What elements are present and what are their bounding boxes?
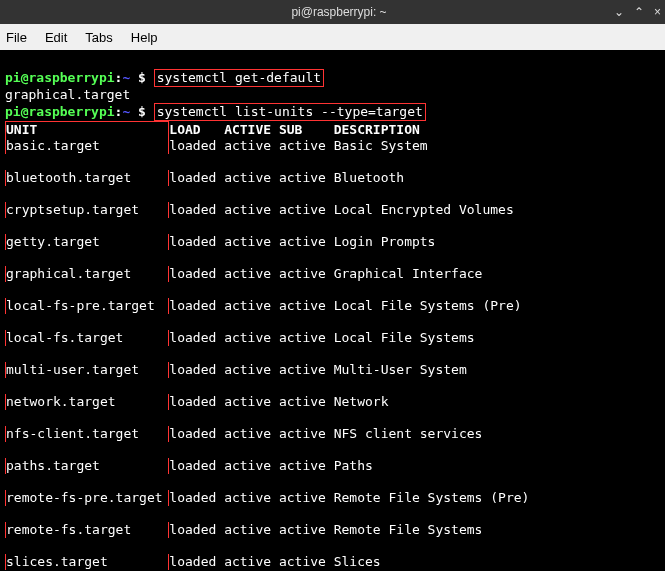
cell-active: active: [224, 554, 279, 570]
table-row: basic.targetloadedactiveactiveBasic Syst…: [5, 138, 660, 154]
prompt-userhost: pi@raspberrypi: [5, 70, 115, 85]
cell-unit: local-fs.target: [5, 330, 169, 346]
cell-load: loaded: [169, 202, 224, 218]
header-description: DESCRIPTION: [334, 122, 420, 138]
command-2: systemctl list-units --type=target: [154, 103, 426, 121]
cell-unit: getty.target: [5, 234, 169, 250]
table-row: remote-fs.targetloadedactiveactiveRemote…: [5, 522, 660, 538]
cell-load: loaded: [169, 138, 224, 154]
cell-sub: active: [279, 522, 334, 538]
cell-load: loaded: [169, 362, 224, 378]
cell-active: active: [224, 234, 279, 250]
cell-active: active: [224, 394, 279, 410]
cell-sub: active: [279, 394, 334, 410]
menu-help[interactable]: Help: [131, 30, 158, 45]
cell-unit: graphical.target: [5, 266, 169, 282]
cell-unit: remote-fs-pre.target: [5, 490, 169, 506]
table-row: multi-user.targetloadedactiveactiveMulti…: [5, 362, 660, 378]
minimize-icon[interactable]: ⌄: [614, 5, 624, 19]
cell-load: loaded: [169, 458, 224, 474]
cell-description: Local Encrypted Volumes: [334, 202, 514, 218]
cell-description: NFS client services: [334, 426, 483, 442]
prompt-line-1: pi@raspberrypi:~ $ systemctl get-default: [5, 70, 324, 85]
menubar: File Edit Tabs Help: [0, 24, 665, 50]
menu-tabs[interactable]: Tabs: [85, 30, 112, 45]
titlebar[interactable]: pi@raspberrypi: ~ ⌄ ⌃ ×: [0, 0, 665, 24]
cell-unit: slices.target: [5, 554, 169, 570]
cell-unit: local-fs-pre.target: [5, 298, 169, 314]
cell-load: loaded: [169, 298, 224, 314]
table-row: cryptsetup.targetloadedactiveactiveLocal…: [5, 202, 660, 218]
cell-unit: nfs-client.target: [5, 426, 169, 442]
header-active: ACTIVE: [224, 122, 279, 138]
cell-sub: active: [279, 362, 334, 378]
header-unit: UNIT: [5, 121, 169, 138]
cell-load: loaded: [169, 426, 224, 442]
cell-active: active: [224, 426, 279, 442]
cell-load: loaded: [169, 554, 224, 570]
cell-unit: bluetooth.target: [5, 170, 169, 186]
table-row: paths.targetloadedactiveactivePaths: [5, 458, 660, 474]
cell-active: active: [224, 522, 279, 538]
window-title: pi@raspberrypi: ~: [64, 5, 614, 19]
cell-active: active: [224, 138, 279, 154]
cell-active: active: [224, 266, 279, 282]
cell-load: loaded: [169, 394, 224, 410]
cell-sub: active: [279, 490, 334, 506]
cell-sub: active: [279, 554, 334, 570]
cell-sub: active: [279, 202, 334, 218]
cell-description: Bluetooth: [334, 170, 404, 186]
table-row: network.targetloadedactiveactiveNetwork: [5, 394, 660, 410]
cell-unit: cryptsetup.target: [5, 202, 169, 218]
cell-description: Network: [334, 394, 389, 410]
cell-active: active: [224, 362, 279, 378]
cell-active: active: [224, 458, 279, 474]
table-row: getty.targetloadedactiveactiveLogin Prom…: [5, 234, 660, 250]
cell-sub: active: [279, 266, 334, 282]
cell-description: Multi-User System: [334, 362, 467, 378]
header-load: LOAD: [169, 122, 224, 138]
output-1: graphical.target: [5, 87, 130, 102]
cell-sub: active: [279, 170, 334, 186]
terminal-viewport[interactable]: pi@raspberrypi:~ $ systemctl get-default…: [0, 50, 665, 571]
terminal-window: pi@raspberrypi: ~ ⌄ ⌃ × File Edit Tabs H…: [0, 0, 665, 571]
cell-sub: active: [279, 426, 334, 442]
cell-description: Local File Systems: [334, 330, 475, 346]
cell-load: loaded: [169, 170, 224, 186]
cell-active: active: [224, 298, 279, 314]
cell-active: active: [224, 330, 279, 346]
command-1: systemctl get-default: [154, 69, 324, 87]
table-row: local-fs-pre.targetloadedactiveactiveLoc…: [5, 298, 660, 314]
cell-sub: active: [279, 234, 334, 250]
cell-load: loaded: [169, 490, 224, 506]
table-row: bluetooth.targetloadedactiveactiveBlueto…: [5, 170, 660, 186]
cell-description: Remote File Systems (Pre): [334, 490, 530, 506]
menu-file[interactable]: File: [6, 30, 27, 45]
cell-unit: multi-user.target: [5, 362, 169, 378]
cell-sub: active: [279, 298, 334, 314]
cell-description: Local File Systems (Pre): [334, 298, 522, 314]
menu-edit[interactable]: Edit: [45, 30, 67, 45]
table-row: remote-fs-pre.targetloadedactiveactiveRe…: [5, 490, 660, 506]
cell-load: loaded: [169, 522, 224, 538]
cell-active: active: [224, 202, 279, 218]
cell-description: Slices: [334, 554, 381, 570]
close-icon[interactable]: ×: [654, 5, 661, 19]
cell-active: active: [224, 490, 279, 506]
header-sub: SUB: [279, 122, 334, 138]
maximize-icon[interactable]: ⌃: [634, 5, 644, 19]
cell-unit: basic.target: [5, 138, 169, 154]
table-row: graphical.targetloadedactiveactiveGraphi…: [5, 266, 660, 282]
cell-unit: paths.target: [5, 458, 169, 474]
cell-load: loaded: [169, 330, 224, 346]
cell-active: active: [224, 170, 279, 186]
cell-sub: active: [279, 458, 334, 474]
cell-load: loaded: [169, 234, 224, 250]
cell-description: Basic System: [334, 138, 428, 154]
cell-sub: active: [279, 330, 334, 346]
cell-load: loaded: [169, 266, 224, 282]
table-header: UNITLOADACTIVESUBDESCRIPTION: [5, 122, 420, 137]
prompt-line-2: pi@raspberrypi:~ $ systemctl list-units …: [5, 104, 426, 119]
cell-description: Remote File Systems: [334, 522, 483, 538]
cell-description: Login Prompts: [334, 234, 436, 250]
